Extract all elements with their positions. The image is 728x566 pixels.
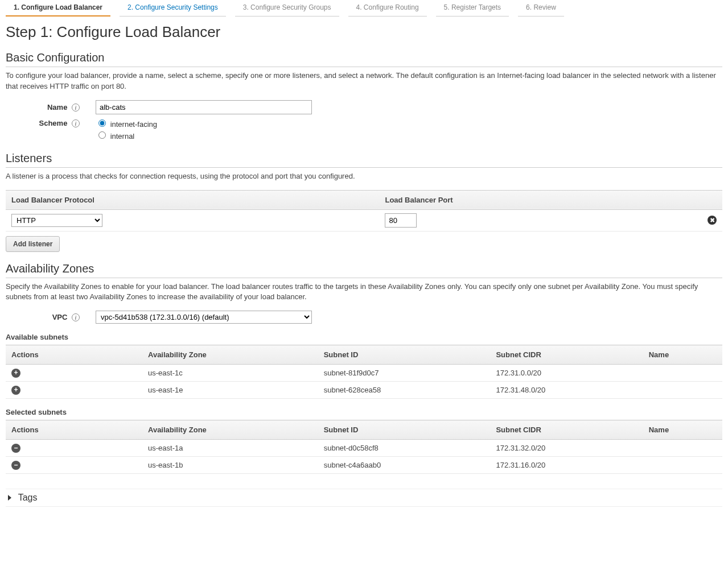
wizard-step-2[interactable]: 2. Configure Security Settings — [120, 0, 226, 16]
scheme-option-label: internet-facing — [110, 120, 157, 129]
scheme-option-label: internal — [110, 132, 135, 141]
wizard-step-3[interactable]: 3. Configure Security Groups — [235, 0, 339, 16]
col-subnet-id: Subnet ID — [318, 420, 491, 440]
cell-az: us-east-1e — [142, 382, 318, 399]
listeners-col-port: Load Balancer Port — [379, 190, 702, 209]
subnet-row: us-east-1a subnet-d0c58cf8 172.31.32.0/2… — [6, 440, 722, 457]
listeners-description: A listener is a process that checks for … — [6, 171, 722, 182]
caret-right-icon — [8, 495, 11, 501]
name-input[interactable] — [96, 100, 312, 114]
name-label: Name — [47, 103, 67, 111]
cell-subnet-id: subnet-81f9d0c7 — [318, 365, 491, 382]
col-az: Availability Zone — [142, 420, 318, 440]
vpc-label: VPC — [52, 313, 68, 321]
add-subnet-icon[interactable] — [11, 369, 20, 378]
cell-subnet-id: subnet-d0c58cf8 — [318, 440, 491, 457]
cell-cidr: 172.31.32.0/20 — [490, 440, 643, 457]
remove-listener-icon[interactable]: ✖ — [708, 216, 717, 225]
scheme-radio-internet-facing[interactable] — [98, 119, 106, 127]
listener-row: HTTP ✖ — [6, 209, 722, 231]
tags-section-toggle[interactable]: Tags — [6, 489, 722, 507]
cell-az: us-east-1c — [142, 365, 318, 382]
wizard-step-6[interactable]: 6. Review — [518, 0, 564, 16]
listeners-col-delete — [702, 190, 722, 209]
remove-subnet-icon[interactable] — [11, 444, 20, 453]
cell-subnet-id: subnet-628cea58 — [318, 382, 491, 399]
cell-cidr: 172.31.48.0/20 — [490, 382, 643, 399]
col-name: Name — [643, 345, 722, 365]
vpc-select[interactable]: vpc-5d41b538 (172.31.0.0/16) (default) — [96, 311, 312, 324]
scheme-radio-internal[interactable] — [98, 131, 106, 139]
info-icon[interactable]: i — [72, 104, 80, 111]
add-subnet-icon[interactable] — [11, 386, 20, 395]
scheme-internet-facing[interactable]: internet-facing — [96, 118, 157, 129]
selected-subnets-table: Actions Availability Zone Subnet ID Subn… — [6, 420, 722, 474]
col-az: Availability Zone — [142, 345, 318, 365]
cell-name — [643, 365, 722, 382]
cell-name — [643, 382, 722, 399]
page-title: Step 1: Configure Load Balancer — [6, 23, 722, 41]
col-cidr: Subnet CIDR — [490, 420, 643, 440]
col-subnet-id: Subnet ID — [318, 345, 491, 365]
scheme-label: Scheme — [39, 119, 68, 127]
wizard-steps: 1. Configure Load Balancer 2. Configure … — [6, 0, 722, 16]
remove-subnet-icon[interactable] — [11, 461, 20, 470]
subnet-row: us-east-1c subnet-81f9d0c7 172.31.0.0/20 — [6, 365, 722, 382]
col-name: Name — [643, 420, 722, 440]
subnet-row: us-east-1e subnet-628cea58 172.31.48.0/2… — [6, 382, 722, 399]
listeners-table: Load Balancer Protocol Load Balancer Por… — [6, 190, 722, 232]
cell-name — [643, 457, 722, 474]
basic-config-heading: Basic Configuration — [6, 51, 722, 67]
cell-subnet-id: subnet-c4a6aab0 — [318, 457, 491, 474]
cell-az: us-east-1b — [142, 457, 318, 474]
basic-config-description: To configure your load balancer, provide… — [6, 71, 722, 92]
port-input[interactable] — [385, 213, 417, 228]
selected-subnets-title: Selected subnets — [6, 408, 722, 416]
cell-az: us-east-1a — [142, 440, 318, 457]
wizard-step-1[interactable]: 1. Configure Load Balancer — [6, 0, 110, 16]
tags-label: Tags — [18, 493, 38, 502]
scheme-internal[interactable]: internal — [96, 130, 157, 141]
add-listener-button[interactable]: Add listener — [6, 236, 60, 252]
az-heading: Availability Zones — [6, 262, 722, 278]
available-subnets-table: Actions Availability Zone Subnet ID Subn… — [6, 345, 722, 399]
az-description: Specify the Availability Zones to enable… — [6, 282, 722, 303]
protocol-select[interactable]: HTTP — [11, 214, 102, 227]
info-icon[interactable]: i — [72, 313, 80, 321]
subnet-row: us-east-1b subnet-c4a6aab0 172.31.16.0/2… — [6, 457, 722, 474]
info-icon[interactable]: i — [72, 119, 80, 127]
cell-cidr: 172.31.0.0/20 — [490, 365, 643, 382]
listeners-col-protocol: Load Balancer Protocol — [6, 190, 379, 209]
wizard-step-4[interactable]: 4. Configure Routing — [348, 0, 427, 16]
col-actions: Actions — [6, 345, 142, 365]
wizard-step-5[interactable]: 5. Register Targets — [436, 0, 509, 16]
col-cidr: Subnet CIDR — [490, 345, 643, 365]
listeners-heading: Listeners — [6, 152, 722, 168]
available-subnets-title: Available subnets — [6, 333, 722, 341]
cell-cidr: 172.31.16.0/20 — [490, 457, 643, 474]
cell-name — [643, 440, 722, 457]
col-actions: Actions — [6, 420, 142, 440]
